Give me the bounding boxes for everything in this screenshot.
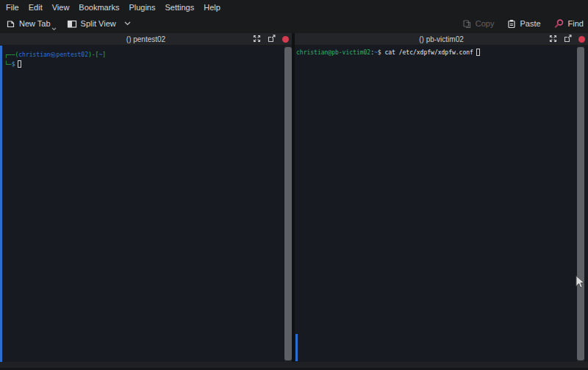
close-terminal-button[interactable]	[578, 36, 585, 43]
split-view-chevron-icon[interactable]	[124, 21, 131, 26]
prompt-symbol: $	[12, 61, 15, 68]
menu-view[interactable]: View	[52, 3, 70, 12]
copy-label: Copy	[476, 19, 495, 28]
paste-icon	[507, 19, 516, 29]
menu-file[interactable]: File	[6, 3, 19, 12]
terminal-text-pentest02: ┌──(christian㉿pentest02)-[~] └─$	[2, 46, 284, 362]
menu-bar: File Edit View Bookmarks Plugins Setting…	[0, 0, 588, 14]
terminal-cursor	[18, 60, 21, 68]
new-tab-dropdown-caret-icon[interactable]	[51, 27, 57, 31]
terminal-text-pb-victim02: christian@pb-victim02:~$ cat /etc/xdpfw/…	[295, 46, 577, 362]
pane-header-pb-victim02[interactable]: () pb-victim02	[295, 33, 588, 46]
terminal-body-pentest02[interactable]: ┌──(christian㉿pentest02)-[~] └─$	[0, 46, 292, 362]
find-button[interactable]: Find	[554, 18, 584, 29]
konsole-window: File Edit View Bookmarks Plugins Setting…	[0, 0, 588, 370]
find-icon	[554, 18, 564, 29]
scrollbar-thumb[interactable]	[284, 47, 292, 360]
paste-button[interactable]: Paste	[507, 19, 540, 29]
window-bottom-edge	[0, 362, 588, 370]
menu-bookmarks[interactable]: Bookmarks	[79, 3, 119, 12]
pane-title-pentest02: () pentest02	[0, 35, 292, 43]
prompt-frame-mid: )-[	[88, 51, 98, 58]
menu-settings[interactable]: Settings	[165, 3, 194, 12]
new-tab-label: New Tab	[19, 19, 51, 28]
menu-plugins[interactable]: Plugins	[129, 3, 155, 12]
terminal-body-pb-victim02[interactable]: christian@pb-victim02:~$ cat /etc/xdpfw/…	[295, 46, 588, 362]
terminal-cursor	[476, 49, 480, 56]
detach-terminal-icon[interactable]	[564, 32, 572, 46]
command-text: cat /etc/xdpfw/xdpfw.conf	[384, 49, 473, 56]
terminal-pane-pentest02: () pentest02	[0, 33, 292, 362]
prompt-frame-close: ]	[102, 51, 106, 58]
new-tab-icon	[6, 19, 15, 29]
maximize-terminal-icon[interactable]	[253, 32, 261, 46]
detach-terminal-icon[interactable]	[268, 32, 276, 46]
pane-header-pentest02[interactable]: () pentest02	[0, 33, 292, 46]
mouse-pointer-icon	[576, 275, 585, 292]
split-view-label: Split View	[81, 19, 116, 28]
prompt-symbol: $	[378, 49, 385, 56]
split-view-button[interactable]: Split View	[67, 19, 131, 29]
prompt-user-host: christian@pb-victim02	[296, 49, 370, 56]
maximize-terminal-icon[interactable]	[549, 32, 557, 46]
split-view-icon	[67, 19, 77, 29]
right-edge-pad	[584, 46, 588, 362]
scroll-highlight-segment	[295, 334, 298, 361]
copy-button[interactable]: Copy	[462, 19, 495, 29]
menu-help[interactable]: Help	[204, 3, 220, 12]
find-label: Find	[568, 19, 584, 28]
pane-title-pb-victim02: () pb-victim02	[295, 35, 588, 43]
split-view-container: () pentest02	[0, 33, 588, 362]
prompt-frame-line2: └─	[4, 61, 12, 68]
close-terminal-button[interactable]	[282, 36, 289, 43]
scrollbar-left-pane[interactable]	[284, 46, 292, 362]
scrollbar-right-pane[interactable]	[577, 46, 584, 362]
terminal-pane-pb-victim02: () pb-victim02	[295, 33, 588, 362]
prompt-frame: ┌──(	[4, 51, 18, 58]
menu-edit[interactable]: Edit	[29, 3, 43, 12]
toolbar: New Tab Split View	[0, 14, 588, 33]
paste-label: Paste	[520, 19, 540, 28]
new-tab-button[interactable]: New Tab	[6, 19, 51, 29]
prompt-user-host: christian㉿pentest02	[18, 51, 88, 58]
scrollbar-thumb[interactable]	[577, 47, 584, 360]
copy-icon	[462, 19, 472, 29]
